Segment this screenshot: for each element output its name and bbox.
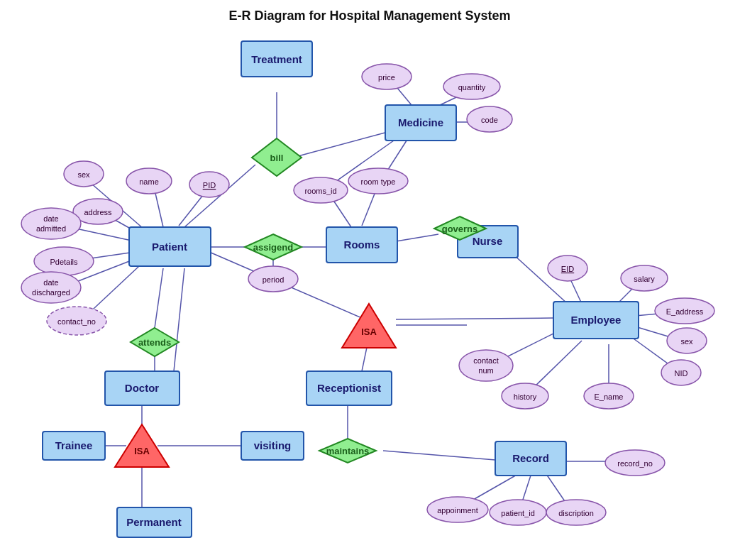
entity-employee-label: Employee [571,314,622,326]
attr-address-label: address [84,208,112,216]
relation-bill-label: bill [270,153,284,163]
attr-quantity-label: quantity [458,83,486,92]
attr-history-label: history [514,392,537,401]
attr-sex-patient-label: sex [77,170,90,179]
attr-discription-label: discription [558,509,594,517]
entity-record-label: Record [512,452,549,464]
attr-nid-label: NID [675,369,688,378]
attr-room-type-label: room type [361,177,396,186]
relation-assignend-label: assigend [253,242,293,253]
attr-contact-num-label: contact [473,356,498,365]
attr-date-admitted-label: date [43,214,58,223]
attr-pdetails-label: Pdetails [50,258,78,266]
isa-employee [342,304,396,348]
attr-date-discharged-label2: discharged [32,288,70,297]
svg-line-42 [468,474,518,503]
attr-date-discharged-label: date [43,278,58,287]
svg-line-8 [362,190,376,226]
diagram-title: E-R Diagram for Hospital Management Syst… [228,9,510,23]
attr-patient-id-label: patient_id [501,509,535,517]
attr-contact-no-label: contact_no [57,317,96,326]
attr-date-admitted-label2: admitted [36,224,66,233]
entity-permanent-label: Permanent [126,516,182,528]
svg-line-21 [155,268,163,328]
attr-contact-num-label2: num [478,366,493,375]
svg-line-10 [155,190,163,227]
attr-rooms-id-label: rooms_id [304,187,336,195]
er-diagram: E-R Diagram for Hospital Management Syst… [0,0,740,560]
attr-contact-num [459,350,513,381]
entity-patient-label: Patient [152,241,187,253]
svg-line-37 [396,318,553,319]
relation-maintains-label: maintains [326,446,370,456]
isa-doctor-label: ISA [134,446,150,456]
attr-sex-employee-label: sex [680,337,693,346]
entity-trainee-label: Trainee [55,439,93,451]
attr-appoinment-label: appoinment [437,506,478,515]
entity-nurse-label: Nurse [473,235,503,247]
attr-e-address-label: E_address [666,307,704,316]
svg-line-23 [174,268,184,371]
relation-attends-label: attends [138,337,171,348]
attr-e-name-label: E_name [595,392,624,401]
attr-salary-label: salary [634,275,655,283]
attr-record-no-label: record_no [617,459,653,468]
attr-name-label: name [139,177,159,186]
svg-line-41 [383,451,495,460]
relation-governs-label: governs [442,224,478,234]
svg-line-34 [532,341,582,389]
attr-price-label: price [378,73,395,82]
attr-code-label: code [481,116,498,124]
entity-rooms-label: Rooms [344,238,380,251]
entity-treatment-label: Treatment [251,53,302,65]
attr-eid-label: EID [561,265,574,273]
isa-employee-label: ISA [361,326,377,337]
attr-period-label: period [263,275,285,284]
attr-pid-label: PID [203,181,216,190]
svg-line-24 [396,234,438,241]
attr-date-discharged [21,272,81,303]
attr-date-admitted [21,208,81,239]
entity-visiting-label: visiting [254,439,292,451]
entity-receptionist-label: Receptionist [317,382,381,394]
entity-medicine-label: Medicine [398,116,443,128]
entity-doctor-label: Doctor [125,382,159,394]
